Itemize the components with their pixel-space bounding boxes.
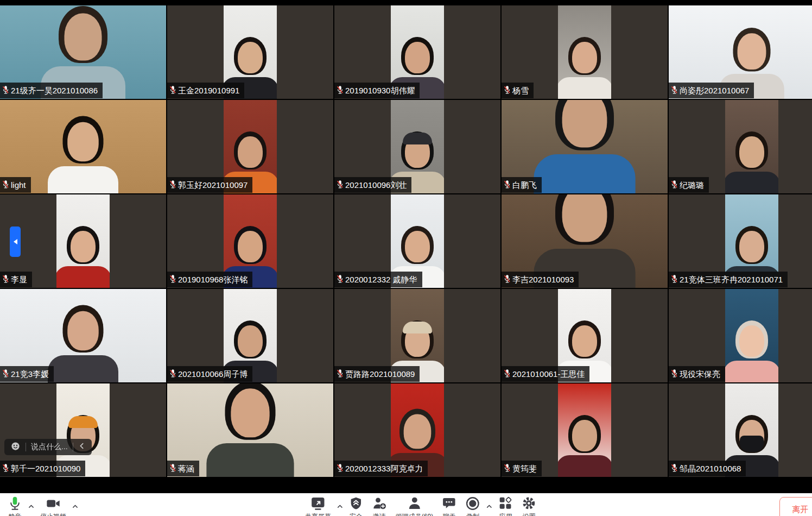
participant-name-label: 21竞3李媛 — [11, 370, 49, 378]
mic-muted-icon — [671, 180, 678, 190]
participant-name-badge: 2019010968张洋铭 — [167, 272, 252, 287]
chevron-up-icon[interactable] — [71, 503, 80, 510]
person-silhouette — [204, 383, 297, 477]
participant-tile[interactable]: 郭玉好2021010097 — [167, 100, 333, 193]
participant-tile[interactable]: 李吉2021010093 — [502, 194, 668, 288]
mic-muted-icon — [169, 369, 176, 379]
participant-video — [558, 5, 611, 99]
toolbar-button-invite[interactable]: 邀请 — [367, 493, 391, 516]
chevron-up-icon[interactable] — [485, 503, 494, 510]
participant-name-badge: 2021010066周子博 — [167, 366, 252, 382]
participant-tile[interactable]: 蒋涵 — [167, 383, 333, 477]
participant-name-label: 郭千一2021010090 — [11, 464, 80, 473]
participant-tile[interactable]: 尚姿彤2021010067 — [669, 5, 812, 99]
participant-tile[interactable]: 杨雪 — [502, 5, 668, 99]
chevron-up-icon[interactable] — [27, 503, 36, 510]
previous-page-button[interactable] — [10, 226, 21, 257]
mic-muted-icon — [671, 463, 678, 474]
participant-tile[interactable]: 2020012333阿克卓力 — [334, 383, 500, 477]
participant-name-badge: 王金2019010991 — [167, 83, 244, 98]
participant-name-badge: 贾路路2021010089 — [334, 366, 420, 382]
participant-name-badge: 蒋涵 — [167, 461, 199, 476]
participant-name-label: 尚姿彤2021010067 — [680, 86, 749, 95]
participant-name-label: 2020012333阿克卓力 — [345, 464, 423, 473]
participant-name-badge: 21竞体三班齐冉2021010071 — [669, 272, 788, 287]
person-silhouette — [558, 413, 611, 477]
participant-tile[interactable]: 2021010066周子博 — [167, 289, 333, 382]
participant-tile[interactable]: 现役宋保亮 — [669, 289, 812, 382]
participant-tile[interactable]: 2021010061-王思佳 — [502, 289, 668, 382]
camera-icon — [46, 496, 61, 511]
toolbar-button-apps[interactable]: 应用 — [494, 493, 517, 516]
quick-chat-input[interactable]: 说点什么... — [31, 442, 68, 452]
toolbar-button-stop-video[interactable]: 停止视频 — [36, 493, 71, 516]
participant-tile[interactable]: 黄筠斐 — [502, 383, 668, 477]
toolbar-button-record[interactable]: 录制 — [461, 493, 485, 516]
participant-name-badge: 21级齐一昊2021010086 — [0, 83, 103, 98]
participant-name-badge: 纪璐璐 — [669, 177, 709, 193]
mic-muted-icon — [169, 274, 176, 285]
participant-tile[interactable]: 2019010968张洋铭 — [167, 194, 333, 288]
mic-muted-icon — [671, 85, 678, 96]
participant-video — [725, 289, 778, 382]
toolbar-button-chat[interactable]: 聊天 — [437, 493, 461, 516]
mic-muted-icon — [2, 85, 9, 96]
participant-name-badge: 邹晶2021010068 — [669, 461, 746, 476]
mic-muted-icon — [671, 274, 678, 285]
person-silhouette — [46, 114, 120, 194]
participant-tile[interactable]: 贾路路2021010089 — [334, 289, 500, 382]
participant-name-label: 郭玉好2021010097 — [178, 181, 248, 189]
participant-name-label: 李吉2021010093 — [512, 275, 574, 284]
participant-tile[interactable]: light — [0, 100, 166, 193]
mic-muted-icon — [2, 180, 9, 190]
participant-tile[interactable]: 2019010930胡伟耀 — [334, 5, 500, 99]
participant-tile[interactable]: 纪璐璐 — [669, 100, 812, 193]
participant-tile[interactable]: 郭千一2021010090 — [0, 383, 166, 477]
toolbar-button-manage-members[interactable]: 管理成员(69) — [391, 493, 437, 516]
mic-muted-icon — [671, 369, 678, 379]
participant-tile[interactable]: 白鹏飞 — [502, 100, 668, 193]
participant-tile[interactable]: 21竞3李媛 — [0, 289, 166, 382]
participant-tile[interactable]: 2020012332 戚静华 — [334, 194, 500, 288]
hat — [403, 322, 432, 333]
participant-video — [558, 383, 611, 477]
toolbar-button-share-screen[interactable]: 共享屏幕 — [301, 493, 335, 516]
smiley-icon[interactable] — [10, 441, 21, 454]
record-icon — [465, 496, 480, 511]
participant-tile[interactable]: 21级齐一昊2021010086 — [0, 5, 166, 99]
participant-name-badge: 李吉2021010093 — [502, 272, 579, 287]
participant-tile[interactable]: 21竞体三班齐冉2021010071 — [669, 194, 812, 288]
toolbar-center-group: 共享屏幕 安全 邀请 管理成员(69) 聊天 录制 应用 设置 — [301, 493, 541, 516]
participant-tile[interactable]: 邹晶2021010068 — [669, 383, 812, 477]
mic-muted-icon — [337, 85, 344, 96]
face-mask — [740, 436, 764, 452]
mic-muted-icon — [504, 180, 511, 190]
participant-name-badge: 郭玉好2021010097 — [167, 177, 252, 193]
quick-chat-bar[interactable]: 说点什么... — [4, 439, 92, 455]
participant-name-badge: light — [0, 177, 31, 193]
leave-meeting-button[interactable]: 离开 — [779, 497, 812, 516]
toolbar-button-settings[interactable]: 设置 — [517, 493, 541, 516]
participant-name-badge: 2021010061-王思佳 — [502, 366, 589, 382]
chevron-up-icon[interactable] — [335, 503, 345, 510]
meeting-toolbar: 静音 停止视频 共享屏幕 安全 邀请 管理成员(69) 聊天 录制 应用 设置 — [0, 493, 812, 516]
participant-tile[interactable]: 李显 — [0, 194, 166, 288]
chevron-left-icon[interactable] — [78, 442, 86, 452]
participant-name-label: 王金2019010991 — [178, 86, 239, 95]
toolbar-button-security[interactable]: 安全 — [345, 493, 367, 516]
person-silhouette — [558, 35, 611, 99]
toolbar-button-mute[interactable]: 静音 — [3, 493, 27, 516]
participant-name-label: 邹晶2021010068 — [680, 464, 741, 473]
mic-muted-icon — [337, 463, 344, 474]
participant-video — [725, 100, 778, 193]
participant-name-label: light — [11, 181, 26, 189]
participant-tile[interactable]: 王金2019010991 — [167, 5, 333, 99]
participant-name-badge: 2020012333阿克卓力 — [334, 461, 428, 476]
participant-name-label: 白鹏飞 — [512, 181, 537, 189]
participant-name-badge: 2021010096刘壮 — [334, 177, 411, 193]
mic-muted-icon — [337, 274, 344, 285]
mic-muted-icon — [169, 85, 176, 96]
participant-tile[interactable]: 2021010096刘壮 — [334, 100, 500, 193]
mic-muted-icon — [169, 463, 176, 474]
participant-name-label: 2021010066周子博 — [178, 370, 248, 378]
